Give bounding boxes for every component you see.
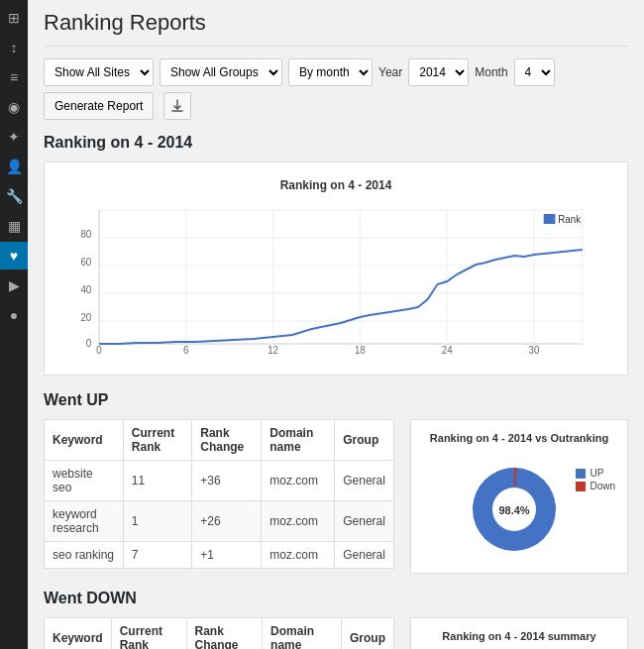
sidebar-icon-dot[interactable]: ●	[0, 301, 28, 329]
legend-down-label: Down	[590, 481, 615, 491]
legend-down: Down	[576, 481, 615, 491]
cell-rank_change: +36	[192, 461, 262, 501]
went-down-table-section: Keyword Current Rank Rank Change Domain …	[44, 617, 394, 649]
cell-domain: moz.com	[262, 501, 335, 542]
cell-keyword: seo ranking	[45, 542, 124, 569]
svg-text:24: 24	[442, 345, 453, 354]
sidebar-icon-user[interactable]: 👤	[0, 153, 28, 180]
sidebar-icon-heart[interactable]: ♥	[0, 242, 28, 270]
download-icon	[170, 99, 184, 113]
svg-rect-24	[544, 214, 556, 224]
col-current-rank: Current Rank	[123, 420, 191, 461]
year-label: Year	[378, 65, 402, 79]
chart-container: 0 20 40 60 80 0 6 12 18 24 30 Rank	[60, 200, 611, 359]
col-domain-d: Domain name	[263, 618, 342, 650]
cell-domain: moz.com	[262, 461, 335, 501]
went-up-pie-wrapper: 98.4% UP Down	[423, 452, 615, 561]
month-select[interactable]: 4	[514, 58, 555, 86]
sidebar-icon-wrench[interactable]: 🔧	[0, 182, 28, 210]
col-rank-change: Rank Change	[192, 420, 262, 461]
col-rank-change-d: Rank Change	[186, 618, 263, 650]
went-up-title: Went UP	[44, 391, 628, 409]
went-down-section: Went DOWN Keyword Current Rank Rank Chan…	[44, 590, 628, 649]
legend-up: UP	[576, 468, 615, 479]
went-up-pie-card: Ranking on 4 - 2014 vs Outranking 98.4%	[410, 419, 628, 574]
page-title: Ranking Reports	[44, 0, 628, 47]
svg-text:0: 0	[96, 345, 102, 354]
went-down-pie-card: Ranking on 4 - 2014 summary	[410, 617, 628, 649]
svg-text:80: 80	[80, 229, 91, 240]
main-content: Ranking Reports Show All Sites Show All …	[28, 0, 644, 649]
sidebar-icon-circle[interactable]: ◉	[0, 93, 28, 121]
went-down-two-col: Keyword Current Rank Rank Change Domain …	[44, 617, 628, 649]
went-up-pie-svg: 98.4%	[455, 452, 584, 561]
went-up-pie-section: Ranking on 4 - 2014 vs Outranking 98.4%	[410, 419, 628, 574]
col-current-rank-d: Current Rank	[111, 618, 186, 650]
went-up-pie-title: Ranking on 4 - 2014 vs Outranking	[423, 432, 615, 444]
svg-text:Rank: Rank	[558, 214, 581, 225]
cell-current_rank: 7	[123, 542, 191, 569]
generate-button[interactable]: Generate Report	[44, 92, 154, 120]
by-select[interactable]: By month	[288, 58, 373, 86]
went-up-legend: UP Down	[576, 468, 615, 493]
sites-select[interactable]: Show All Sites	[44, 58, 154, 86]
went-down-pie-section: Ranking on 4 - 2014 summary	[410, 617, 628, 649]
col-group: Group	[335, 420, 394, 461]
went-up-table: Keyword Current Rank Rank Change Domain …	[44, 419, 394, 569]
year-select[interactable]: 2014	[408, 58, 469, 86]
went-down-header-row: Keyword Current Rank Rank Change Domain …	[45, 618, 394, 650]
cell-group: General	[335, 501, 394, 542]
svg-text:30: 30	[529, 345, 540, 354]
cell-domain: moz.com	[262, 542, 335, 569]
legend-up-dot	[576, 469, 586, 479]
sidebar-icon-grid[interactable]: ⊞	[0, 4, 28, 32]
sidebar-icon-arrows[interactable]: ↕	[0, 34, 28, 61]
svg-text:40: 40	[80, 284, 91, 295]
col-keyword-d: Keyword	[45, 618, 112, 650]
svg-text:0: 0	[86, 338, 92, 349]
table-row: website seo11+36moz.comGeneral	[45, 461, 394, 501]
toolbar: Show All Sites Show All Groups By month …	[44, 58, 628, 120]
legend-up-label: UP	[590, 468, 603, 479]
svg-text:12: 12	[268, 345, 278, 354]
col-domain: Domain name	[262, 420, 335, 461]
cell-current_rank: 1	[123, 501, 191, 542]
sidebar-icon-menu[interactable]: ≡	[0, 63, 28, 91]
sidebar-icon-star[interactable]: ✦	[0, 123, 28, 151]
svg-text:98.4%: 98.4%	[498, 504, 529, 516]
went-up-header-row: Keyword Current Rank Rank Change Domain …	[45, 420, 394, 461]
went-up-two-col: Keyword Current Rank Rank Change Domain …	[44, 419, 628, 574]
went-up-section: Went UP Keyword Current Rank Rank Change…	[44, 391, 628, 574]
cell-keyword: keyword research	[45, 501, 124, 542]
svg-text:18: 18	[355, 345, 366, 354]
cell-rank_change: +26	[192, 501, 262, 542]
cell-rank_change: +1	[192, 542, 262, 569]
legend-down-dot	[576, 482, 586, 491]
sidebar-icon-play[interactable]: ▶	[0, 271, 28, 299]
went-down-table: Keyword Current Rank Rank Change Domain …	[44, 617, 394, 649]
sidebar: ⊞ ↕ ≡ ◉ ✦ 👤 🔧 ▦ ♥ ▶ ●	[0, 0, 28, 649]
went-down-pie-title: Ranking on 4 - 2014 summary	[423, 630, 615, 642]
ranking-section-title: Ranking on 4 - 2014	[44, 134, 628, 152]
svg-text:6: 6	[183, 345, 189, 354]
svg-text:60: 60	[80, 257, 91, 268]
went-down-title: Went DOWN	[44, 590, 628, 607]
chart-title: Ranking on 4 - 2014	[60, 178, 611, 192]
line-chart-card: Ranking on 4 - 2014 0 20	[44, 162, 628, 376]
cell-keyword: website seo	[45, 461, 124, 501]
svg-text:20: 20	[80, 312, 91, 323]
cell-group: General	[335, 542, 394, 569]
cell-group: General	[335, 461, 394, 501]
col-group-d: Group	[341, 618, 393, 650]
cell-current_rank: 11	[123, 461, 191, 501]
line-chart-svg: 0 20 40 60 80 0 6 12 18 24 30 Rank	[60, 200, 611, 354]
went-up-table-section: Keyword Current Rank Rank Change Domain …	[44, 419, 394, 574]
sidebar-icon-blocks[interactable]: ▦	[0, 212, 28, 240]
table-row: seo ranking7+1moz.comGeneral	[45, 542, 394, 569]
groups-select[interactable]: Show All Groups	[160, 58, 282, 86]
col-keyword: Keyword	[45, 420, 124, 461]
table-row: keyword research1+26moz.comGeneral	[45, 501, 394, 542]
month-label: Month	[475, 65, 507, 79]
download-button[interactable]	[163, 92, 191, 120]
